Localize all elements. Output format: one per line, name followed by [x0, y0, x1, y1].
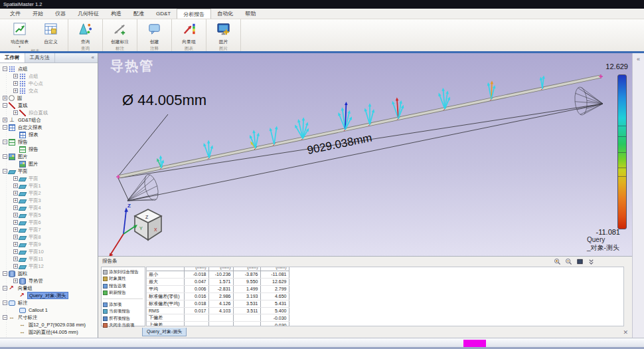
collapse-icon[interactable]: − — [3, 154, 7, 159]
menu-item-6[interactable]: GD&T — [150, 9, 177, 19]
expand-icon[interactable]: + — [13, 235, 18, 239]
ribbon-button-2-0[interactable]: 创建标注 — [104, 20, 135, 45]
tree-item-28[interactable]: −圆柱 — [0, 270, 98, 277]
tree-item-0[interactable]: −点组 — [0, 65, 98, 72]
tree-item-17[interactable]: +平面2 — [0, 189, 98, 197]
expand-icon[interactable]: + — [13, 257, 18, 261]
tree-item-25[interactable]: +平面10 — [0, 248, 98, 255]
ribbon-button-3-0[interactable]: 创建 — [139, 20, 170, 45]
expand-icon[interactable]: + — [13, 249, 18, 254]
zoom-in-icon[interactable] — [554, 258, 561, 265]
tree-item-34[interactable]: −尺寸标注 — [0, 314, 98, 321]
tree-item-4[interactable]: +圆 — [0, 94, 98, 102]
tree-item-1[interactable]: +点组 — [0, 72, 98, 80]
collapse-icon[interactable]: − — [3, 140, 7, 144]
tree-item-9[interactable]: 报表 — [0, 131, 98, 138]
collapse-icon[interactable]: − — [3, 315, 7, 320]
expand-icon[interactable]: + — [13, 220, 18, 225]
report-close-icon[interactable]: ✕ — [623, 330, 628, 336]
tree-item-11[interactable]: 报告 — [0, 146, 98, 153]
collapse-icon[interactable]: − — [3, 125, 7, 130]
tree-item-21[interactable]: +平面6 — [0, 219, 98, 226]
tree-item-30[interactable]: −向量组 — [0, 285, 98, 292]
menu-item-4[interactable]: 构造 — [105, 9, 127, 19]
tree-item-14[interactable]: −平面 — [0, 168, 98, 175]
tree-item-18[interactable]: +平面3 — [0, 197, 98, 204]
expand-icon[interactable]: + — [3, 118, 7, 122]
tree-item-8[interactable]: −自定义报表 — [0, 124, 98, 131]
tree-item-7[interactable]: +GD&T组合 — [0, 116, 98, 124]
expand-icon[interactable]: + — [13, 279, 18, 283]
report-action-props[interactable]: 对象属性 — [103, 276, 145, 283]
tree-item-29[interactable]: +导热管 — [0, 277, 98, 285]
collapse-icon[interactable]: − — [3, 66, 7, 71]
collapse-icon[interactable]: − — [3, 286, 7, 291]
tree-item-26[interactable]: +平面11 — [0, 255, 98, 263]
tree-item-15[interactable]: +平面 — [0, 175, 98, 182]
tree-item-2[interactable]: +中心点 — [0, 80, 98, 87]
tab-work-tree[interactable]: 工作树 — [0, 53, 25, 62]
expand-icon[interactable]: + — [13, 227, 18, 232]
collapse-icon[interactable]: − — [3, 169, 7, 174]
nav-cube[interactable]: Z Y X — [135, 209, 161, 240]
report-action-options[interactable]: 报告选项 — [103, 283, 145, 290]
tree-item-24[interactable]: +平面9 — [0, 241, 98, 248]
expand-icon[interactable]: + — [13, 264, 18, 269]
expand-icon[interactable]: + — [13, 242, 18, 247]
ribbon-button-0-1[interactable]: 自定义 — [35, 20, 66, 48]
expand-icon[interactable]: + — [13, 191, 18, 195]
menu-item-5[interactable]: 配准 — [127, 9, 150, 19]
tree-item-35[interactable]: 圆12_0_P7(9029.038 mm) — [0, 321, 98, 328]
tree-item-12[interactable]: −图片 — [0, 153, 98, 160]
expand-icon[interactable]: + — [13, 183, 18, 188]
report-action-close[interactable]: 关闭非当前项 — [103, 322, 145, 330]
expand-icon[interactable]: + — [13, 88, 18, 93]
tree-item-3[interactable]: +交点 — [0, 87, 98, 94]
fit-view-icon[interactable] — [576, 258, 584, 265]
tree-item-19[interactable]: +平面4 — [0, 204, 98, 211]
tree-item-23[interactable]: +平面8 — [0, 233, 98, 241]
tree-item-6[interactable]: +拟合直线 — [0, 109, 98, 116]
tree-item-5[interactable]: −直线 — [0, 102, 98, 109]
report-action-all[interactable]: 所有项报告 — [103, 315, 145, 322]
tree-item-16[interactable]: +平面1 — [0, 182, 98, 189]
menu-item-2[interactable]: 仪器 — [49, 9, 72, 19]
menu-item-0[interactable]: 文件 — [4, 9, 27, 19]
menu-item-3[interactable]: 几何特征 — [72, 9, 105, 19]
tree-item-33[interactable]: Callout 1 — [0, 306, 98, 314]
expand-icon[interactable]: + — [3, 96, 7, 100]
report-action-current[interactable]: 当前项报告 — [103, 308, 145, 316]
ribbon-button-5-0[interactable]: 图片 — [208, 20, 239, 45]
collapse-icon[interactable]: − — [3, 300, 7, 305]
zoom-out-icon[interactable] — [565, 258, 572, 265]
tab-tool-methods[interactable]: 工具方法 — [25, 53, 55, 62]
expand-icon[interactable]: + — [13, 176, 18, 181]
menu-item-8[interactable]: 自动化 — [211, 9, 239, 19]
tree-item-27[interactable]: +平面12 — [0, 263, 98, 270]
expand-icon[interactable]: + — [13, 74, 18, 78]
ribbon-button-0-0[interactable]: 动态报表▾ — [4, 20, 35, 48]
expand-icon[interactable]: + — [13, 81, 18, 86]
ribbon-button-4-0[interactable]: 向量组 — [173, 20, 204, 45]
menu-item-7[interactable]: 分析报告 — [177, 9, 211, 19]
tree-item-31[interactable]: Query_对象-测头 — [0, 292, 98, 299]
tree-item-20[interactable]: +平面5 — [0, 211, 98, 219]
ribbon-button-1-0[interactable]: 查询 — [70, 20, 101, 45]
menu-item-9[interactable]: 帮助 — [239, 9, 262, 19]
tree-item-22[interactable]: +平面7 — [0, 226, 98, 233]
expand-icon[interactable]: + — [13, 198, 18, 203]
report-action-sum[interactable]: 添加到综合报告 — [103, 269, 145, 276]
right-panel-collapse-icon[interactable]: « — [633, 53, 644, 62]
tree-item-10[interactable]: −报告 — [0, 138, 98, 146]
expand-icon[interactable]: + — [13, 205, 18, 210]
collapse-panel-icon[interactable] — [588, 258, 595, 265]
report-tab[interactable]: Query_对象-测头 — [142, 328, 187, 336]
tree-item-32[interactable]: −标注 — [0, 299, 98, 306]
menu-item-1[interactable]: 开始 — [27, 9, 49, 19]
tree-item-13[interactable]: 图片 — [0, 160, 98, 168]
collapse-icon[interactable]: − — [3, 271, 7, 276]
viewport-3d[interactable]: 9029.038mm Z Y X Z X 导热管 Ø 44.0 — [98, 53, 632, 256]
report-action-add[interactable]: 添加项 — [103, 301, 145, 308]
expand-icon[interactable]: + — [13, 213, 18, 217]
report-action-refresh[interactable]: 刷新报告 — [103, 290, 145, 297]
